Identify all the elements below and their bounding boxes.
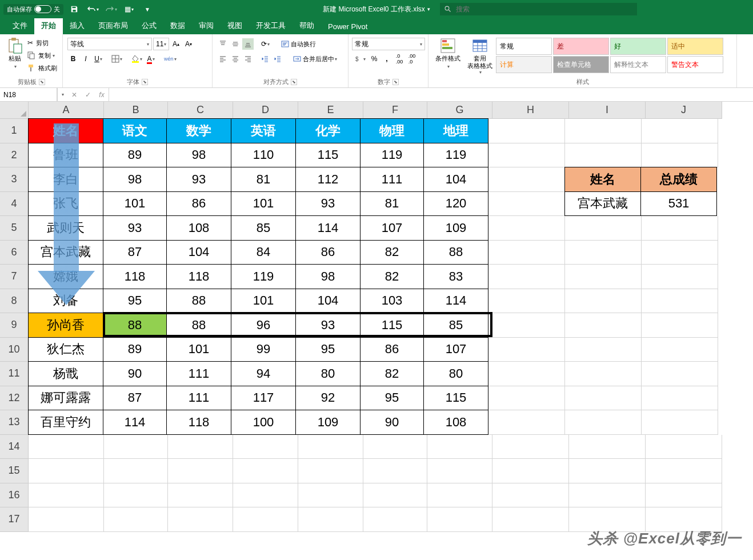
cell-I16[interactable] — [569, 483, 646, 508]
name-box[interactable]: N18 — [0, 88, 57, 101]
col-header-J[interactable]: J — [646, 102, 722, 119]
row-header-14[interactable]: 14 — [0, 435, 29, 459]
cell-H12[interactable] — [488, 386, 565, 411]
cell-D4[interactable]: 101 — [231, 191, 296, 217]
cell-A6[interactable]: 宫本武藏 — [28, 240, 103, 265]
cell-J8[interactable] — [642, 289, 718, 314]
tab-文件[interactable]: 文件 — [6, 17, 34, 34]
cell-G12[interactable]: 115 — [423, 386, 488, 411]
cell-B11[interactable]: 90 — [103, 361, 167, 386]
clipboard-launcher[interactable]: ⬊ — [39, 79, 45, 85]
cell-G5[interactable]: 109 — [423, 215, 488, 241]
cell-E9[interactable]: 93 — [295, 313, 361, 338]
cell-E7[interactable]: 98 — [295, 264, 361, 289]
cell-I8[interactable] — [565, 289, 642, 314]
cell-G6[interactable]: 88 — [423, 240, 488, 265]
col-header-G[interactable]: G — [427, 102, 492, 119]
cell-H7[interactable] — [488, 265, 565, 289]
cell-G15[interactable] — [427, 459, 492, 483]
cell-H11[interactable] — [488, 362, 565, 386]
cell-H9[interactable] — [488, 313, 565, 338]
row-header-7[interactable]: 7 — [0, 265, 29, 289]
cell-F8[interactable]: 103 — [360, 289, 424, 314]
cell-B4[interactable]: 101 — [103, 191, 167, 217]
cell-H14[interactable] — [492, 435, 569, 459]
cell-E11[interactable]: 80 — [295, 361, 361, 386]
cell-A9[interactable]: 孙尚香 — [28, 313, 103, 338]
row-header-1[interactable]: 1 — [0, 119, 29, 143]
cell-H5[interactable] — [488, 216, 565, 241]
cell-G9[interactable]: 85 — [423, 313, 488, 338]
wrap-text-button[interactable]: 自动换行 — [279, 38, 318, 50]
cell-G4[interactable]: 120 — [423, 191, 488, 217]
cell-H2[interactable] — [488, 143, 565, 168]
cell-A3[interactable]: 李白 — [28, 167, 103, 192]
cell-B2[interactable]: 89 — [103, 143, 167, 168]
cell-C12[interactable]: 111 — [166, 386, 231, 411]
align-right-button[interactable] — [242, 53, 254, 65]
phonetic-button[interactable]: wén▾ — [162, 53, 178, 65]
tab-页面布局[interactable]: 页面布局 — [91, 17, 135, 34]
cell-B12[interactable]: 87 — [103, 386, 167, 411]
cell-D5[interactable]: 85 — [231, 215, 296, 241]
cell-I1[interactable] — [565, 119, 642, 143]
cell-J5[interactable] — [642, 216, 718, 241]
cell-J12[interactable] — [642, 386, 718, 411]
tab-公式[interactable]: 公式 — [135, 17, 163, 34]
border-button[interactable]: ▾ — [110, 53, 124, 65]
align-top-button[interactable] — [217, 38, 229, 50]
cell-G2[interactable]: 119 — [423, 143, 488, 168]
row-header-8[interactable]: 8 — [0, 289, 29, 314]
row-header-5[interactable]: 5 — [0, 216, 29, 241]
cell-G7[interactable]: 83 — [423, 264, 488, 289]
save-icon[interactable] — [67, 2, 82, 16]
cell-C14[interactable] — [168, 435, 233, 459]
cell-F5[interactable]: 107 — [360, 215, 424, 241]
cell-B15[interactable] — [104, 459, 168, 483]
paste-button[interactable]: 粘贴▾ — [3, 35, 26, 71]
row-header-6[interactable]: 6 — [0, 241, 29, 265]
cell-B9[interactable]: 88 — [103, 313, 167, 338]
col-header-B[interactable]: B — [104, 102, 168, 119]
tab-Power Pivot[interactable]: Power Pivot — [321, 19, 374, 34]
tab-开始[interactable]: 开始 — [34, 17, 63, 34]
cell-F11[interactable]: 82 — [360, 361, 424, 386]
increase-decimal-button[interactable]: .0.00 — [394, 53, 405, 65]
style-检查单元格[interactable]: 检查单元格 — [553, 56, 609, 73]
cell-C9[interactable]: 88 — [166, 313, 231, 338]
row-header-10[interactable]: 10 — [0, 338, 29, 362]
cell-D8[interactable]: 101 — [231, 289, 296, 314]
cell-B5[interactable]: 93 — [103, 215, 167, 241]
cell-H3[interactable] — [488, 167, 565, 192]
cell-B3[interactable]: 98 — [103, 167, 167, 192]
cell-D1[interactable]: 英语 — [231, 118, 296, 143]
cell-F1[interactable]: 物理 — [360, 118, 424, 143]
increase-indent-button[interactable] — [272, 53, 283, 65]
align-middle-button[interactable] — [230, 38, 241, 50]
cell-F9[interactable]: 115 — [360, 313, 424, 338]
formula-input[interactable] — [109, 88, 753, 101]
cell-E16[interactable] — [298, 483, 363, 508]
cancel-formula-button[interactable]: ✕ — [67, 91, 81, 99]
cell-A16[interactable] — [29, 483, 104, 508]
row-header-12[interactable]: 12 — [0, 386, 29, 411]
cell-D15[interactable] — [233, 459, 298, 483]
row-header-2[interactable]: 2 — [0, 143, 29, 168]
row-header-3[interactable]: 3 — [0, 167, 29, 192]
cell-I9[interactable] — [565, 313, 642, 338]
font-size-combo[interactable]: 11▾ — [153, 38, 169, 50]
comma-button[interactable]: , — [381, 53, 392, 65]
cell-H16[interactable] — [492, 483, 569, 508]
tab-数据[interactable]: 数据 — [163, 17, 192, 34]
cell-J3[interactable]: 总成绩 — [640, 167, 717, 192]
cell-F4[interactable]: 81 — [360, 191, 424, 217]
cell-J7[interactable] — [642, 265, 718, 289]
row-header-9[interactable]: 9 — [0, 313, 29, 338]
cell-F7[interactable]: 82 — [360, 264, 424, 289]
cell-C4[interactable]: 86 — [166, 191, 231, 217]
cell-C5[interactable]: 108 — [166, 215, 231, 241]
enter-formula-button[interactable]: ✓ — [81, 91, 95, 99]
cell-A4[interactable]: 张飞 — [28, 191, 103, 217]
tab-视图[interactable]: 视图 — [221, 17, 249, 34]
cell-H6[interactable] — [488, 241, 565, 265]
